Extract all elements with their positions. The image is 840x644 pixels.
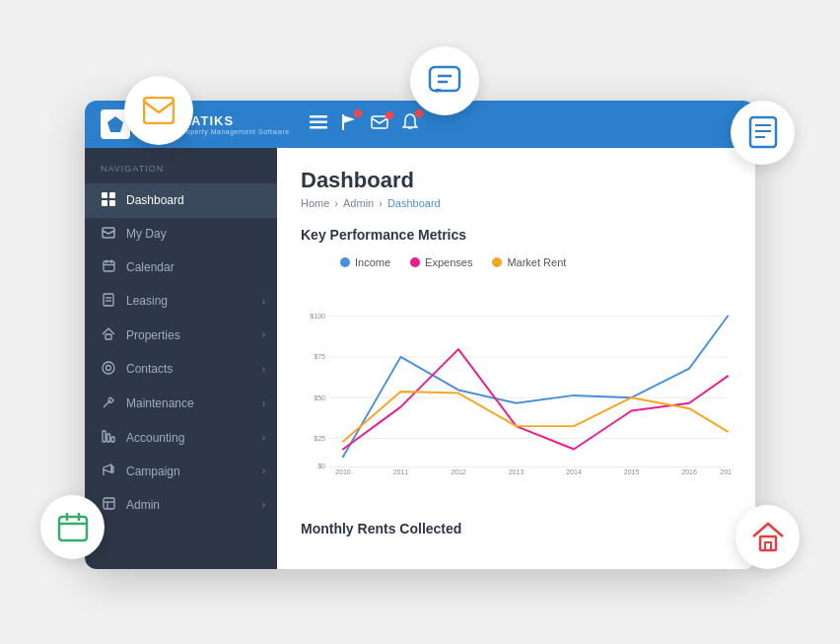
svg-rect-0	[144, 98, 174, 123]
sidebar-label-leasing: Leasing	[126, 294, 168, 308]
svg-rect-21	[372, 116, 387, 128]
sidebar-label-myday: My Day	[126, 227, 167, 241]
svg-rect-38	[103, 431, 105, 442]
svg-text:2013: 2013	[509, 468, 525, 475]
breadcrumb-current: Dashboard	[387, 197, 441, 209]
sidebar-item-accounting[interactable]: Accounting ›	[85, 421, 277, 455]
float-chat-icon[interactable]	[410, 46, 479, 115]
float-home-icon[interactable]	[735, 505, 800, 569]
svg-text:$0: $0	[317, 463, 325, 469]
svg-text:2016: 2016	[681, 468, 697, 475]
maintenance-arrow: ›	[262, 398, 265, 409]
content-area: NAVIGATION Dashboard	[85, 148, 755, 569]
dashboard-icon	[101, 192, 116, 209]
properties-arrow: ›	[262, 329, 265, 340]
chart-container: $100 $75 $50 $25 $0 2010 2011	[301, 278, 732, 505]
properties-icon	[101, 327, 116, 343]
breadcrumb-home[interactable]: Home	[301, 197, 329, 209]
nav-label: NAVIGATION	[85, 164, 277, 183]
svg-rect-16	[310, 115, 327, 118]
menu-icon[interactable]	[310, 115, 327, 133]
svg-rect-35	[105, 334, 111, 339]
sidebar-label-contacts: Contacts	[126, 362, 173, 376]
leasing-arrow: ›	[262, 296, 265, 307]
svg-text:2011: 2011	[393, 468, 409, 475]
svg-text:2015: 2015	[624, 468, 640, 475]
sidebar-item-calendar[interactable]: Calendar	[85, 250, 277, 284]
sidebar-label-properties: Properties	[126, 328, 180, 342]
contacts-icon	[101, 361, 116, 378]
leasing-icon	[101, 293, 116, 310]
breadcrumb-sep2: ›	[379, 197, 383, 209]
flag-badge	[354, 109, 362, 117]
chart-title: Key Performance Metrics	[301, 227, 732, 243]
main-card: FLOWMATIKS Automated Property Management…	[85, 101, 755, 569]
expenses-dot	[410, 257, 420, 267]
svg-rect-25	[102, 200, 107, 206]
admin-arrow: ›	[262, 499, 265, 510]
svg-rect-27	[103, 228, 114, 238]
float-mail-icon[interactable]	[124, 76, 193, 145]
legend-expenses: Expenses	[410, 256, 472, 268]
svg-marker-41	[104, 465, 111, 472]
chart-legend: Income Expenses Market Rent	[301, 256, 732, 268]
svg-rect-44	[104, 498, 114, 509]
breadcrumb-admin[interactable]: Admin	[343, 197, 374, 209]
calendar-icon	[101, 259, 116, 275]
marketrent-dot	[492, 257, 502, 267]
svg-text:2012: 2012	[451, 468, 466, 475]
income-label: Income	[355, 256, 390, 268]
sidebar-item-myday[interactable]: My Day	[85, 218, 277, 250]
bell-badge	[415, 109, 423, 117]
marketrent-label: Market Rent	[507, 256, 566, 268]
accounting-arrow: ›	[262, 432, 265, 443]
sidebar-item-properties[interactable]: Properties ›	[85, 319, 277, 352]
bottom-section-title: Monthly Rents Collected	[301, 521, 732, 537]
sidebar-label-dashboard: Dashboard	[126, 193, 184, 207]
mail-icon[interactable]	[371, 115, 388, 133]
sidebar-item-maintenance[interactable]: Maintenance ›	[85, 387, 277, 421]
svg-rect-39	[107, 434, 110, 442]
mail-badge	[385, 111, 393, 119]
sidebar-item-leasing[interactable]: Leasing ›	[85, 284, 277, 319]
float-calendar-icon[interactable]	[40, 495, 105, 559]
svg-text:$100: $100	[310, 312, 325, 319]
svg-rect-18	[310, 126, 327, 129]
sidebar-label-accounting: Accounting	[126, 431, 184, 445]
campaign-icon	[101, 464, 116, 479]
legend-marketrent: Market Rent	[492, 256, 566, 268]
sidebar-item-admin[interactable]: Admin ›	[85, 488, 277, 522]
svg-rect-28	[104, 261, 114, 271]
svg-marker-15	[107, 116, 123, 132]
svg-point-36	[103, 362, 114, 374]
campaign-arrow: ›	[262, 465, 265, 476]
svg-rect-24	[109, 192, 115, 198]
myday-icon	[101, 227, 116, 242]
legend-income: Income	[340, 256, 390, 268]
breadcrumb-sep1: ›	[334, 197, 338, 209]
sidebar-item-contacts[interactable]: Contacts ›	[85, 352, 277, 387]
svg-text:2014: 2014	[566, 468, 582, 475]
page-title: Dashboard	[301, 168, 732, 193]
bell-icon[interactable]	[402, 113, 418, 135]
sidebar-item-campaign[interactable]: Campaign ›	[85, 455, 277, 488]
svg-rect-40	[111, 437, 114, 442]
sidebar-label-campaign: Campaign	[126, 465, 180, 478]
sidebar-label-admin: Admin	[126, 498, 160, 512]
income-dot	[340, 257, 350, 267]
svg-rect-26	[109, 200, 115, 206]
sidebar: NAVIGATION Dashboard	[85, 148, 277, 569]
svg-rect-23	[102, 192, 107, 198]
maintenance-icon	[101, 395, 116, 412]
kpi-chart: $100 $75 $50 $25 $0 2010 2011	[301, 278, 732, 505]
admin-icon	[101, 497, 116, 513]
sidebar-label-maintenance: Maintenance	[126, 396, 194, 410]
accounting-icon	[101, 430, 116, 446]
flag-icon[interactable]	[341, 113, 357, 135]
float-doc-icon[interactable]	[731, 101, 795, 165]
svg-rect-17	[310, 120, 327, 123]
sidebar-item-dashboard[interactable]: Dashboard	[85, 183, 277, 218]
main-content: Dashboard Home › Admin › Dashboard Key P…	[277, 148, 755, 569]
sidebar-label-calendar: Calendar	[126, 260, 175, 274]
svg-rect-32	[104, 294, 113, 306]
